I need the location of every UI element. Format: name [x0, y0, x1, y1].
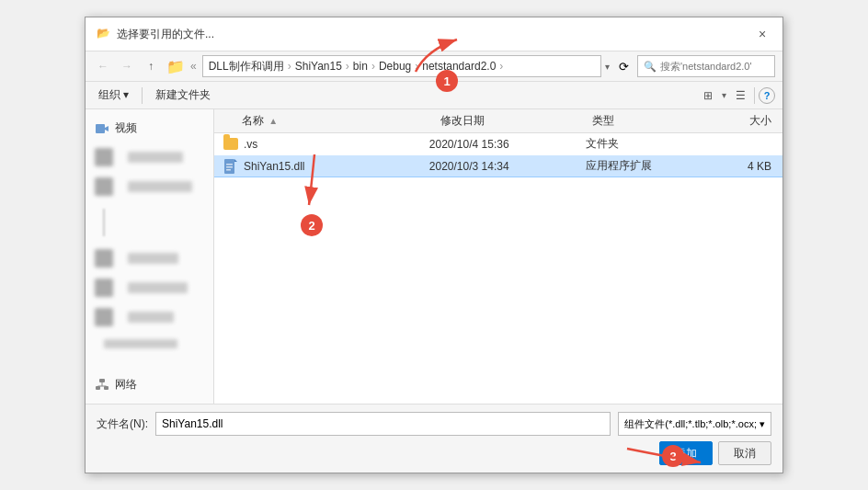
file-cell-type-dll: 应用程序扩展: [578, 158, 685, 174]
file-cell-name: ShiYan15.dll: [214, 159, 422, 174]
address-path[interactable]: DLL制作和调用 › ShiYan15 › bin › Debug › nets…: [202, 55, 601, 77]
file-cell-type: 文件夹: [578, 136, 685, 152]
path-dropdown-button[interactable]: ▾: [605, 62, 610, 72]
bottom-bar: 文件名(N): 组件文件(*.dll;*.tlb;*.olb;*.ocx; ▾ …: [86, 404, 782, 473]
svg-marker-9: [234, 159, 237, 162]
network-icon: [95, 378, 109, 393]
buttons-row: 添加 取消: [97, 441, 771, 465]
file-cell-date-dll: 2020/10/3 14:34: [422, 160, 578, 173]
blurred-separator: [103, 209, 105, 236]
sidebar-blurred-7: [86, 335, 213, 353]
path-seg-1: DLL制作和调用: [209, 59, 284, 74]
view-dropdown-arrow[interactable]: ▾: [722, 90, 726, 100]
table-row[interactable]: ShiYan15.dll 2020/10/3 14:34 应用程序扩展 4 KB: [214, 155, 782, 177]
sidebar-blurred-3: [86, 204, 213, 241]
blurred-text-7: [104, 339, 177, 348]
svg-rect-11: [226, 166, 233, 168]
view-grid-button[interactable]: ⊞: [698, 85, 718, 106]
add-button[interactable]: 添加: [659, 441, 713, 465]
svg-rect-0: [96, 124, 105, 133]
sidebar-blurred-1: [86, 145, 213, 169]
svg-rect-10: [226, 164, 233, 165]
sidebar-blurred-section: [86, 142, 213, 357]
toolbar-divider: [142, 87, 143, 104]
cancel-button[interactable]: 取消: [718, 441, 771, 465]
path-folder-icon: 📁: [166, 58, 185, 75]
file-list: 名称 ▲ 修改日期 类型 大小: [214, 109, 782, 404]
path-seg-4: Debug: [379, 60, 411, 73]
refresh-button[interactable]: ⟳: [613, 56, 634, 76]
sidebar-item-label-network: 网络: [115, 377, 137, 393]
up-button[interactable]: ↑: [141, 56, 161, 76]
filetype-dropdown[interactable]: 组件文件(*.dll;*.tlb;*.olb;*.ocx; ▾: [618, 412, 771, 436]
col-header-type[interactable]: 类型: [585, 113, 688, 129]
table-row[interactable]: .vs 2020/10/4 15:36 文件夹: [214, 133, 782, 155]
path-seg-3: bin: [353, 60, 368, 73]
view-cols-button[interactable]: ☰: [730, 85, 750, 106]
sidebar-blurred-6: [86, 305, 213, 329]
sidebar-item-video[interactable]: 视频: [86, 117, 213, 140]
sidebar-item-network[interactable]: 网络: [86, 373, 213, 396]
path-seg-2: ShiYan15: [295, 60, 342, 73]
file-name-dll: ShiYan15.dll: [244, 160, 305, 173]
filename-label: 文件名(N):: [97, 416, 148, 432]
file-name: .vs: [244, 138, 257, 151]
svg-rect-2: [99, 379, 105, 382]
filename-row: 文件名(N): 组件文件(*.dll;*.tlb;*.olb;*.ocx; ▾: [97, 412, 771, 436]
blurred-icon-5: [95, 279, 113, 297]
blurred-text-4: [128, 253, 178, 264]
sort-indicator: ▲: [268, 116, 278, 126]
close-button[interactable]: ×: [753, 25, 771, 43]
blurred-text-5: [128, 282, 188, 293]
breadcrumb-collapse: «: [190, 60, 197, 73]
file-cell-size-dll: 4 KB: [685, 160, 782, 173]
folder-icon: [223, 137, 238, 152]
blurred-text-6: [128, 312, 174, 323]
svg-rect-3: [96, 386, 100, 390]
search-box: 🔍: [637, 55, 775, 77]
sidebar-item-label-video: 视频: [115, 120, 137, 136]
search-icon: 🔍: [644, 61, 657, 73]
new-folder-button[interactable]: 新建文件夹: [150, 85, 216, 106]
dialog-wrapper: 📂 选择要引用的文件... × ← → ↑ 📁 « DLL制作和调用 › Shi…: [85, 17, 783, 473]
forward-button[interactable]: →: [117, 56, 137, 76]
path-seg-5: netstandard2.0: [422, 60, 496, 73]
col-header-name[interactable]: 名称 ▲: [214, 113, 433, 129]
file-list-body: .vs 2020/10/4 15:36 文件夹: [214, 133, 782, 404]
col-header-date[interactable]: 修改日期: [433, 113, 584, 129]
help-button[interactable]: ?: [759, 87, 775, 104]
blurred-icon-4: [95, 249, 113, 268]
sidebar: 视频: [86, 109, 214, 404]
dialog-icon: 📂: [97, 27, 111, 41]
file-dialog: 📂 选择要引用的文件... × ← → ↑ 📁 « DLL制作和调用 › Shi…: [85, 17, 783, 473]
organize-button[interactable]: 组织 ▾: [93, 85, 134, 106]
sidebar-blurred-4: [86, 246, 213, 270]
dialog-title: 选择要引用的文件...: [117, 27, 214, 42]
blurred-text-1: [128, 152, 183, 163]
filename-input[interactable]: [155, 412, 611, 436]
blurred-icon-6: [95, 308, 113, 326]
main-content: 视频: [86, 109, 782, 404]
search-input[interactable]: [660, 61, 769, 72]
svg-rect-12: [226, 169, 231, 171]
back-button[interactable]: ←: [93, 56, 113, 76]
address-bar: ← → ↑ 📁 « DLL制作和调用 › ShiYan15 › bin › De…: [86, 51, 782, 82]
title-bar: 📂 选择要引用的文件... ×: [86, 17, 782, 51]
svg-rect-4: [104, 386, 108, 390]
file-cell-date: 2020/10/4 15:36: [422, 138, 578, 151]
filetype-label: 组件文件(*.dll;*.tlb;*.olb;*.ocx; ▾: [624, 417, 765, 431]
blurred-text-2: [128, 181, 192, 192]
video-icon: [95, 121, 109, 136]
col-header-size[interactable]: 大小: [688, 113, 782, 129]
toolbar-divider-2: [754, 87, 755, 104]
dll-icon: [223, 159, 238, 174]
toolbar-right: ⊞ ▾ ☰ ?: [698, 85, 775, 106]
blurred-icon-1: [95, 148, 113, 166]
file-list-header: 名称 ▲ 修改日期 类型 大小: [214, 109, 782, 133]
blurred-icon-2: [95, 177, 113, 196]
sidebar-spacer: [86, 359, 213, 371]
toolbar: 组织 ▾ 新建文件夹 ⊞ ▾ ☰ ?: [86, 82, 782, 109]
sidebar-blurred-5: [86, 276, 213, 300]
title-bar-left: 📂 选择要引用的文件...: [97, 27, 214, 42]
file-cell-name: .vs: [214, 137, 422, 152]
